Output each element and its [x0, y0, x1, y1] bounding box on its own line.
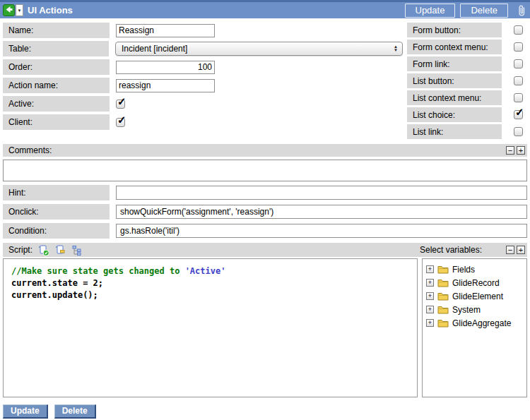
expand-toggle[interactable]: +: [426, 292, 434, 300]
field-row-hint: Hint:: [3, 185, 527, 200]
code-comment: //Make sure state gets changed to: [11, 266, 185, 276]
condition-label: Condition:: [3, 223, 110, 239]
form-area: Name: Table: Incident [incident] ▲▼ Orde…: [0, 18, 530, 140]
folder-icon: [437, 318, 449, 328]
back-arrow-icon: [4, 5, 13, 16]
form-link-label: Form link:: [407, 56, 502, 71]
field-row-condition: Condition:: [3, 223, 527, 239]
checkbox-row-form-context-menu: Form context menu:: [407, 40, 527, 54]
select-variables-label: Select variables:: [420, 245, 482, 255]
checkbox-row-form-link: Form link:: [407, 56, 527, 71]
tree-item-label: Fields: [452, 265, 475, 275]
back-menu-caret[interactable]: ▼: [16, 4, 23, 16]
table-select[interactable]: Incident [incident] ▲▼: [115, 42, 403, 56]
tree-item-label: GlideElement: [452, 292, 503, 301]
comments-expand-button[interactable]: +: [517, 146, 525, 155]
name-input[interactable]: [116, 24, 215, 37]
comments-header: Comments: − +: [3, 144, 527, 157]
table-select-value: Incident [incident]: [122, 44, 187, 54]
table-label: Table:: [3, 41, 109, 56]
name-label: Name:: [3, 23, 110, 38]
comments-label: Comments:: [8, 145, 52, 155]
onclick-label: Onclick:: [3, 204, 110, 220]
expand-toggle[interactable]: +: [426, 306, 434, 313]
tree-item-label: System: [452, 305, 481, 315]
order-label: Order:: [3, 59, 110, 75]
header-update-button[interactable]: Update: [405, 4, 456, 18]
checkbox-row-list-link: List link:: [407, 124, 527, 139]
client-checkbox[interactable]: ✓: [116, 118, 125, 127]
tree-item-glideelement[interactable]: + GlideElement: [424, 289, 525, 303]
back-button[interactable]: [3, 4, 15, 16]
checkbox-row-list-context-menu: List context menu:: [407, 90, 527, 105]
syntax-check-icon[interactable]: [37, 244, 49, 256]
folder-icon: [437, 278, 449, 287]
check-icon: ✓: [515, 106, 524, 119]
folder-icon: [437, 292, 449, 301]
variables-expand-button[interactable]: +: [517, 246, 525, 254]
expand-toggle[interactable]: +: [426, 319, 434, 327]
action-name-label: Action name:: [3, 78, 110, 93]
variables-tree: + Fields + GlideRecord + GlideElement + …: [422, 258, 527, 397]
field-row-onclick: Onclick:: [3, 204, 527, 220]
action-name-input[interactable]: [116, 79, 215, 92]
attachment-paperclip-icon[interactable]: [517, 4, 526, 16]
field-row-name: Name:: [3, 23, 403, 38]
tree-item-fields[interactable]: + Fields: [424, 263, 525, 276]
check-icon: ✓: [117, 114, 126, 126]
tree-item-gliderecord[interactable]: + GlideRecord: [424, 276, 525, 289]
form-context-menu-label: Form context menu:: [407, 40, 502, 54]
script-preview-icon[interactable]: [54, 244, 66, 256]
hint-label: Hint:: [3, 185, 110, 200]
order-input[interactable]: [116, 61, 215, 74]
form-button-checkbox[interactable]: [514, 25, 523, 35]
hint-input[interactable]: [116, 186, 527, 200]
select-arrows-icon: ▲▼: [394, 45, 398, 52]
header-delete-button[interactable]: Delete: [460, 4, 508, 18]
tree-item-glideaggregate[interactable]: + GlideAggregate: [424, 316, 525, 330]
field-row-table: Table: Incident [incident] ▲▼: [3, 41, 403, 56]
list-choice-label: List choice:: [407, 107, 502, 122]
field-row-order: Order:: [3, 59, 403, 75]
comments-textarea[interactable]: [3, 160, 527, 181]
footer-update-button[interactable]: Update: [3, 404, 48, 419]
list-choice-checkbox[interactable]: ✓: [514, 110, 523, 119]
caret-down-icon: ▼: [18, 8, 22, 13]
field-row-active: Active: ✓: [3, 96, 403, 112]
condition-input[interactable]: [116, 224, 527, 238]
expand-toggle[interactable]: +: [426, 279, 434, 287]
checkbox-row-form-button: Form button:: [407, 23, 527, 37]
tree-item-label: GlideRecord: [452, 278, 500, 288]
code-string: 'Active': [185, 266, 226, 276]
list-button-checkbox[interactable]: [514, 76, 523, 85]
script-header: Script: Select v: [3, 243, 527, 257]
field-row-action-name: Action name:: [3, 78, 403, 93]
form-context-menu-checkbox[interactable]: [514, 42, 523, 52]
expand-toggle[interactable]: +: [426, 265, 434, 273]
tree-item-system[interactable]: + System: [424, 303, 525, 316]
onclick-input[interactable]: [116, 205, 527, 219]
comments-collapse-button[interactable]: −: [506, 146, 514, 155]
field-row-client: Client: ✓: [3, 114, 403, 130]
form-link-checkbox[interactable]: [514, 59, 523, 68]
checkbox-row-list-choice: List choice: ✓: [407, 107, 527, 122]
client-label: Client:: [3, 114, 110, 130]
list-button-label: List button:: [407, 73, 502, 88]
folder-icon: [437, 305, 449, 314]
code-line-1: //Make sure state gets changed to 'Activ…: [11, 265, 414, 277]
title-bar: ▼ UI Actions Update Delete: [0, 0, 530, 18]
check-icon: ✓: [117, 95, 126, 108]
list-link-checkbox[interactable]: [514, 127, 523, 136]
script-editor[interactable]: //Make sure state gets changed to 'Activ…: [3, 258, 418, 397]
list-context-menu-checkbox[interactable]: [514, 93, 523, 102]
variables-collapse-button[interactable]: −: [506, 246, 514, 254]
footer-delete-button[interactable]: Delete: [54, 404, 96, 419]
code-line-2: current.state = 2;: [11, 277, 414, 289]
form-button-label: Form button:: [407, 23, 502, 37]
list-link-label: List link:: [407, 124, 502, 139]
tree-view-icon[interactable]: [71, 245, 83, 256]
checkbox-row-list-button: List button:: [407, 73, 527, 88]
list-context-menu-label: List context menu:: [407, 90, 502, 105]
tree-item-label: GlideAggregate: [452, 318, 511, 328]
active-checkbox[interactable]: ✓: [116, 100, 125, 109]
